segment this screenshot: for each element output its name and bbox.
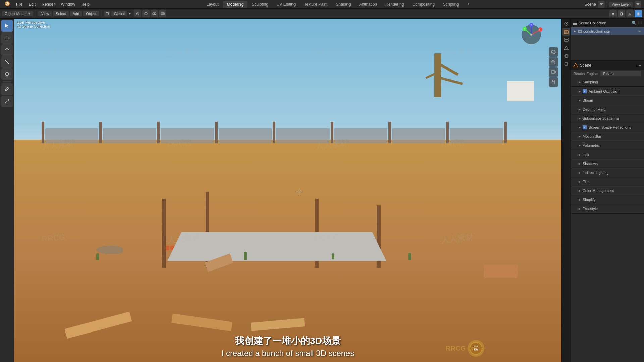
nav-zoom-btn[interactable]	[549, 57, 558, 67]
il-arrow: ▶	[579, 171, 581, 174]
color-management-row[interactable]: ▶ Color Management	[571, 186, 644, 195]
blender-menu[interactable]	[2, 0, 13, 8]
scene-selector[interactable]	[598, 1, 605, 8]
prop-icon-output[interactable]	[562, 28, 570, 36]
tab-animation[interactable]: Animation	[355, 1, 381, 8]
properties-menu[interactable]: ⋯	[637, 63, 641, 68]
axis-gizmo[interactable]: X Y Z	[520, 23, 543, 46]
global-dropdown[interactable]	[128, 12, 131, 15]
prop-icon-view-layer[interactable]	[562, 36, 570, 44]
dof-arrow: ▶	[579, 108, 581, 111]
subsurface-scattering-label: Subsurface Scattering	[583, 116, 619, 120]
tool-scale[interactable]	[1, 56, 13, 68]
nav-perspective-btn[interactable]	[549, 47, 558, 57]
viewport-canvas[interactable]: RRCG 人人素材 RRCG 人人素材 人人素材 RRCG 人人素材 RRCG …	[14, 19, 561, 362]
freestyle-row[interactable]: ▶ Freestyle	[571, 204, 644, 213]
prop-icon-scene[interactable]	[562, 44, 570, 52]
screen-space-reflections-row[interactable]: ▶ ✓ Screen Space Reflections	[571, 123, 644, 132]
tab-scripting[interactable]: Scripting	[439, 1, 463, 8]
proportional-edit[interactable]: ⊙	[134, 10, 141, 17]
view-layer-selector[interactable]	[635, 1, 641, 8]
snap-btn[interactable]	[142, 10, 150, 17]
tool-transform[interactable]	[1, 68, 13, 80]
sampling-row[interactable]: ▶ Sampling	[571, 78, 644, 86]
ssr-checkbox[interactable]: ✓	[583, 125, 587, 129]
view-btn[interactable]: View	[38, 11, 52, 16]
svg-marker-63	[564, 46, 568, 50]
tool-annotate[interactable]	[1, 83, 13, 95]
ambient-occlusion-row[interactable]: ▶ ✓ Ambient Occlusion	[571, 87, 644, 96]
mode-selector[interactable]: Object Mode	[2, 11, 33, 16]
transform-global[interactable]: Global	[111, 11, 127, 16]
volumetric-row[interactable]: ▶ Volumetric	[571, 141, 644, 150]
color-management-section: ▶ Color Management	[571, 186, 644, 195]
bloom-row[interactable]: ▶ Bloom	[571, 96, 644, 105]
outliner-item-scene-collection[interactable]: construction site 👁	[571, 27, 644, 35]
view-layer-btn[interactable]: View Layer	[609, 2, 633, 7]
tab-layout[interactable]: Layout	[203, 1, 223, 8]
snap-magnet-btn[interactable]	[104, 11, 110, 17]
simplify-row[interactable]: ▶ Simplify	[571, 195, 644, 204]
outliner-search[interactable]: 🔍	[632, 21, 637, 25]
tab-texture-paint[interactable]: Texture Paint	[300, 1, 332, 8]
ssr-arrow: ▶	[579, 126, 581, 129]
prop-icon-object[interactable]	[562, 60, 570, 68]
render-engine-row: Render Engine Eevee	[571, 70, 644, 78]
viewport-shading-rendered[interactable]: ○	[626, 10, 634, 17]
nav-camera-btn[interactable]	[549, 67, 558, 77]
prop-icon-render[interactable]	[562, 20, 570, 27]
help-menu[interactable]: Help	[78, 1, 92, 7]
indirect-lighting-label: Indirect Lighting	[583, 171, 609, 175]
depth-of-field-row[interactable]: ▶ Depth of Field	[571, 105, 644, 114]
tab-modeling[interactable]: Modeling	[223, 1, 248, 8]
shadows-row[interactable]: ▶ Shadows	[571, 159, 644, 168]
tool-cursor[interactable]	[1, 20, 13, 32]
svg-marker-70	[574, 30, 576, 32]
indirect-lighting-row[interactable]: ▶ Indirect Lighting	[571, 168, 644, 177]
overlay-btn[interactable]	[151, 10, 158, 17]
xray-btn[interactable]	[159, 10, 166, 17]
nav-lock-btn[interactable]	[549, 77, 558, 87]
fence-panel-8	[450, 128, 503, 143]
file-menu[interactable]: File	[13, 1, 25, 7]
tab-compositing[interactable]: Compositing	[408, 1, 439, 8]
svg-marker-3	[600, 3, 603, 5]
render-menu[interactable]: Render	[39, 1, 57, 7]
sep2	[102, 10, 102, 17]
add-btn[interactable]: Add	[70, 11, 82, 16]
viewport-shading-solid[interactable]: ●	[609, 10, 617, 17]
viewport-shading-eevee[interactable]: ◉	[635, 10, 642, 17]
outliner-title: Scene Collection	[579, 21, 630, 25]
tab-shading[interactable]: Shading	[332, 1, 355, 8]
tool-move[interactable]	[1, 32, 13, 44]
tool-measure[interactable]	[1, 96, 13, 107]
tool-rotate[interactable]	[1, 44, 13, 56]
film-section: ▶ Film	[571, 177, 644, 186]
film-row[interactable]: ▶ Film	[571, 177, 644, 186]
select-btn[interactable]: Select	[53, 11, 69, 16]
subsurface-scattering-row[interactable]: ▶ Subsurface Scattering	[571, 114, 644, 123]
left-toolbar	[0, 19, 14, 362]
motion-blur-row[interactable]: ▶ Motion Blur	[571, 132, 644, 141]
svg-rect-67	[573, 22, 577, 22]
tab-uv-editing[interactable]: UV Editing	[273, 1, 300, 8]
outliner-filter[interactable]: ⋯	[638, 21, 642, 25]
tool-sep1	[2, 81, 12, 82]
window-menu[interactable]: Window	[58, 1, 78, 7]
prop-icon-world[interactable]	[562, 52, 570, 60]
tab-add[interactable]: +	[463, 1, 474, 8]
tab-sculpting[interactable]: Sculpting	[248, 1, 272, 8]
svg-marker-4	[636, 3, 640, 5]
svg-marker-20	[4, 37, 5, 39]
viewport-shading-material[interactable]: ◑	[618, 10, 625, 17]
svg-rect-7	[108, 13, 109, 15]
object-btn[interactable]: Object	[83, 11, 99, 16]
fence-panel-2	[103, 128, 156, 143]
ao-checkbox[interactable]: ✓	[583, 89, 587, 93]
eye-icon[interactable]: 👁	[638, 29, 641, 33]
tab-rendering[interactable]: Rendering	[381, 1, 408, 8]
sampling-arrow: ▶	[579, 81, 581, 84]
hair-row[interactable]: ▶ Hair	[571, 150, 644, 159]
edit-menu[interactable]: Edit	[26, 1, 38, 7]
render-engine-dropdown[interactable]: Eevee	[600, 71, 641, 76]
